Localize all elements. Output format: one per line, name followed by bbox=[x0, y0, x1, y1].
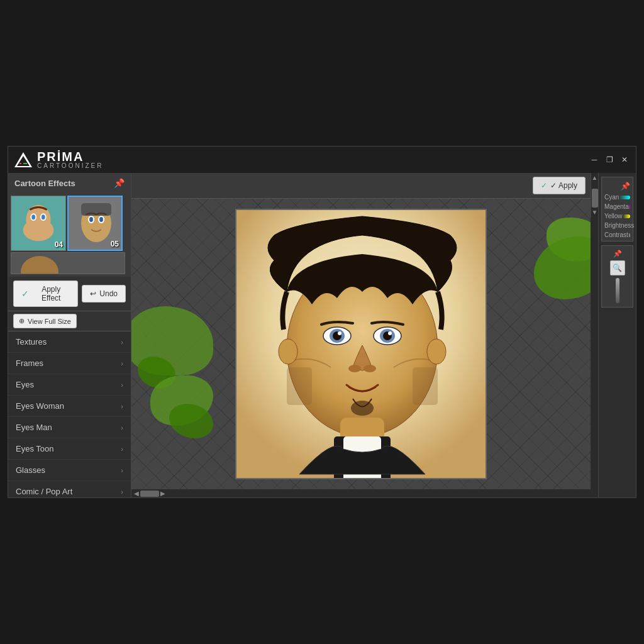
apply-effect-button[interactable]: ✓ Apply Effect bbox=[13, 280, 78, 307]
menu-item-glasses[interactable]: Glasses › bbox=[8, 460, 131, 481]
thumb-05-num: 05 bbox=[111, 240, 119, 248]
svg-point-9 bbox=[31, 214, 35, 219]
contrast-row: Contrast bbox=[604, 231, 630, 238]
menu-item-eyes[interactable]: Eyes › bbox=[8, 374, 131, 396]
minimize-button[interactable]: ─ bbox=[589, 155, 599, 165]
apply-button[interactable]: ✓ ✓ Apply bbox=[533, 177, 586, 194]
close-button[interactable]: ✕ bbox=[619, 155, 630, 165]
magnify-icon: ⊕ bbox=[19, 317, 25, 325]
cyan-slider[interactable] bbox=[619, 196, 630, 199]
canvas-toolbar: ✓ ✓ Apply bbox=[131, 173, 591, 199]
svg-rect-37 bbox=[413, 367, 438, 405]
logo-text: PRİMA CARTOONIZER bbox=[37, 150, 103, 169]
vertical-scrollbar[interactable]: ▲ ▼ bbox=[591, 173, 598, 217]
pin-icon-zoom[interactable]: 📌 bbox=[613, 250, 622, 258]
yellow-label: Yellow bbox=[604, 213, 623, 219]
svg-point-35 bbox=[351, 401, 374, 416]
sidebar-title: Cartoon Effects bbox=[14, 179, 75, 188]
menu-item-textures[interactable]: Textures › bbox=[8, 331, 131, 353]
menu-item-comic-pop-art[interactable]: Comic / Pop Art › bbox=[8, 481, 131, 497]
chevron-right-icon: › bbox=[121, 360, 123, 367]
svg-point-33 bbox=[348, 365, 361, 372]
menu-item-eyes-man[interactable]: Eyes Man › bbox=[8, 417, 131, 438]
menu-item-eyes-woman[interactable]: Eyes Woman › bbox=[8, 396, 131, 417]
contrast-label: Contrast bbox=[604, 231, 628, 238]
thumbnail-partial[interactable] bbox=[11, 252, 125, 274]
app-window: PRİMA CARTOONIZER ─ ❐ ✕ Cartoon Effects … bbox=[8, 146, 636, 498]
thumbnail-grid: 04 bbox=[8, 193, 131, 277]
scroll-right-arrow[interactable]: ▶ bbox=[159, 489, 167, 497]
main-portrait-image bbox=[235, 209, 487, 479]
svg-point-32 bbox=[388, 331, 392, 335]
svg-point-31 bbox=[338, 331, 341, 335]
chevron-right-icon: › bbox=[121, 445, 123, 453]
sidebar-header: Cartoon Effects 📌 bbox=[8, 173, 131, 193]
view-full-size-button[interactable]: ⊕ View Full Size bbox=[13, 314, 77, 328]
logo-triangle-icon bbox=[14, 151, 32, 169]
chevron-right-icon: › bbox=[121, 467, 123, 474]
title-bar: PRİMA CARTOONIZER ─ ❐ ✕ bbox=[8, 147, 636, 173]
svg-point-17 bbox=[99, 217, 103, 222]
magenta-label: Magenta bbox=[604, 203, 629, 210]
logo-area: PRİMA CARTOONIZER bbox=[14, 150, 103, 169]
zoom-out-icon: 🔍 bbox=[613, 264, 622, 272]
scroll-left-arrow[interactable]: ◀ bbox=[133, 489, 140, 497]
sidebar: Cartoon Effects 📌 bbox=[8, 173, 131, 497]
thumbnail-05[interactable]: 05 bbox=[67, 196, 123, 251]
window-controls: ─ ❐ ✕ bbox=[589, 155, 630, 165]
scrollbar-thumb-v[interactable] bbox=[592, 189, 598, 208]
svg-point-16 bbox=[89, 217, 93, 222]
svg-point-38 bbox=[279, 339, 297, 364]
zoom-slider[interactable] bbox=[616, 278, 619, 303]
svg-rect-36 bbox=[287, 367, 312, 405]
action-bar: ✓ Apply Effect ↩ Undo bbox=[8, 277, 131, 311]
svg-point-6 bbox=[23, 219, 54, 241]
chevron-right-icon: › bbox=[121, 381, 123, 389]
brightness-row: Brightness bbox=[604, 222, 630, 229]
undo-button[interactable]: ↩ Undo bbox=[82, 285, 126, 303]
canvas-area bbox=[131, 199, 591, 489]
chevron-right-icon: › bbox=[121, 488, 123, 496]
brightness-label: Brightness bbox=[604, 222, 634, 229]
yellow-row: Yellow bbox=[604, 213, 630, 219]
menu-item-frames[interactable]: Frames › bbox=[8, 353, 131, 374]
menu-item-eyes-toon[interactable]: Eyes Toon › bbox=[8, 438, 131, 460]
main-portrait-container bbox=[235, 209, 487, 479]
right-panel-container: ▲ ▼ bbox=[591, 173, 598, 497]
thumbnail-04[interactable]: 04 bbox=[11, 196, 66, 251]
apply-check-icon: ✓ bbox=[541, 181, 547, 190]
menu-list: Textures › Frames › Eyes › Eyes Woman › … bbox=[8, 331, 131, 497]
portrait-svg bbox=[236, 210, 487, 479]
chevron-right-icon: › bbox=[121, 402, 123, 410]
splatter-decoration-2 bbox=[534, 236, 591, 299]
chevron-right-icon: › bbox=[121, 424, 123, 431]
zoom-out-button[interactable]: 🔍 bbox=[610, 260, 625, 275]
undo-icon: ↩ bbox=[90, 289, 96, 298]
pin-icon-color[interactable]: 📌 bbox=[621, 182, 630, 191]
thumb-04-num: 04 bbox=[55, 240, 63, 249]
right-panel: 📌 Cyan Magenta Yellow Brightness bbox=[598, 173, 636, 497]
magenta-row: Magenta bbox=[604, 203, 630, 210]
svg-point-10 bbox=[42, 214, 45, 219]
contrast-slider[interactable] bbox=[628, 233, 630, 237]
chevron-right-icon: › bbox=[121, 338, 123, 346]
color-controls-section: 📌 Cyan Magenta Yellow Brightness bbox=[601, 177, 633, 242]
middle-section: ✓ ✓ Apply bbox=[131, 173, 591, 497]
thumb-partial-image bbox=[11, 253, 125, 274]
horizontal-scrollbar[interactable]: ◀ ▶ bbox=[131, 489, 591, 497]
svg-point-34 bbox=[364, 365, 376, 372]
restore-button[interactable]: ❐ bbox=[604, 155, 614, 165]
cyan-label: Cyan bbox=[604, 194, 619, 201]
logo-cartoonizer: CARTOONIZER bbox=[37, 163, 103, 169]
magenta-slider[interactable] bbox=[629, 205, 630, 209]
cyan-row: Cyan bbox=[604, 194, 630, 201]
logo-prima: PRİMA bbox=[37, 150, 103, 163]
check-icon: ✓ bbox=[21, 289, 29, 299]
pin-icon[interactable]: 📌 bbox=[114, 178, 125, 188]
main-content: Cartoon Effects 📌 bbox=[8, 173, 636, 497]
zoom-section: 📌 🔍 bbox=[601, 245, 633, 308]
yellow-slider[interactable] bbox=[623, 214, 630, 218]
svg-point-39 bbox=[427, 339, 446, 364]
scrollbar-thumb-h[interactable] bbox=[140, 491, 159, 497]
